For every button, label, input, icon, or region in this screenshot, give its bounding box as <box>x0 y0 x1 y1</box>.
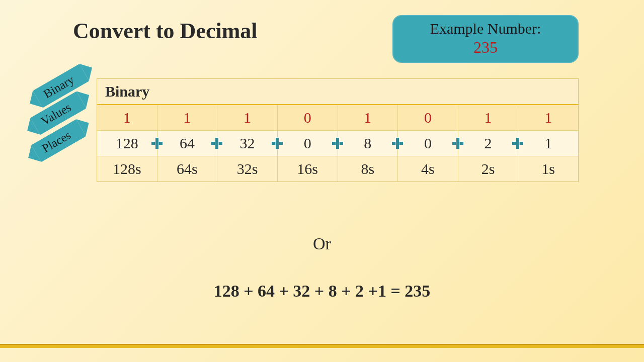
plus-icon <box>210 137 223 150</box>
place-cell: 1s <box>518 156 578 182</box>
example-value: 235 <box>403 38 569 57</box>
value-text: 0 <box>304 135 311 151</box>
table-row-values: 128 64 32 0 8 0 2 1 <box>97 131 578 156</box>
place-cell: 4s <box>398 156 458 182</box>
place-cell: 128s <box>97 156 157 182</box>
value-cell: 8 <box>338 131 398 156</box>
place-cell: 64s <box>157 156 218 182</box>
value-text: 0 <box>424 135 432 151</box>
plus-icon <box>331 137 344 150</box>
conversion-table: Binary 1 1 1 0 1 0 1 1 128 64 32 0 8 0 2… <box>97 78 579 182</box>
place-cell: 2s <box>458 156 519 182</box>
plus-icon <box>511 137 524 150</box>
binary-bit: 0 <box>398 105 458 130</box>
value-text: 1 <box>544 135 552 151</box>
binary-bit: 1 <box>157 105 218 130</box>
place-cell: 16s <box>278 156 338 182</box>
binary-bit: 1 <box>458 105 519 130</box>
value-cell: 128 <box>97 131 157 156</box>
binary-bit: 1 <box>518 105 578 130</box>
plus-icon <box>391 137 404 150</box>
binary-bit: 1 <box>338 105 398 130</box>
place-cell: 32s <box>217 156 278 182</box>
plus-icon <box>150 137 164 150</box>
value-text: 32 <box>240 135 255 151</box>
or-separator: Or <box>313 234 331 253</box>
plus-icon <box>271 137 284 150</box>
value-cell: 32 <box>217 131 278 156</box>
value-cell: 2 <box>458 131 519 156</box>
table-row-binary: 1 1 1 0 1 0 1 1 <box>97 105 578 131</box>
sum-equation: 128 + 64 + 32 + 8 + 2 +1 = 235 <box>214 282 431 301</box>
table-row-places: 128s 64s 32s 16s 8s 4s 2s 1s <box>97 156 578 182</box>
value-cell: 64 <box>157 131 218 156</box>
decorative-divider <box>0 344 644 348</box>
value-text: 8 <box>364 135 371 151</box>
table-header: Binary <box>97 79 578 105</box>
page-title: Convert to Decimal <box>73 18 258 44</box>
binary-bit: 1 <box>217 105 278 130</box>
value-cell: 0 <box>398 131 458 156</box>
value-cell: 1 <box>518 131 578 156</box>
example-number-box: Example Number: 235 <box>392 15 579 63</box>
value-text: 128 <box>116 135 138 151</box>
binary-bit: 0 <box>278 105 338 130</box>
example-label: Example Number: <box>403 20 569 37</box>
value-text: 2 <box>485 135 492 151</box>
value-cell: 0 <box>278 131 338 156</box>
value-text: 64 <box>180 135 195 151</box>
plus-icon <box>451 137 464 150</box>
binary-bit: 1 <box>97 105 157 130</box>
place-cell: 8s <box>338 156 398 182</box>
